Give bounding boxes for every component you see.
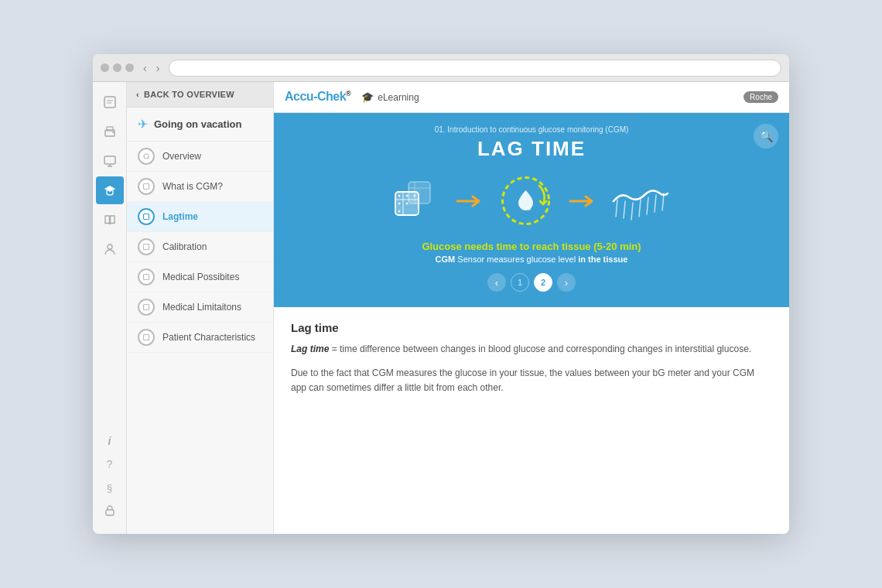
page-next-button[interactable]: › bbox=[557, 273, 576, 292]
nav-circle-cgm bbox=[138, 178, 155, 195]
lag-time-term: Lag time bbox=[291, 344, 329, 354]
search-button[interactable]: 🔍 bbox=[754, 124, 778, 149]
rail-icon-book[interactable] bbox=[96, 206, 124, 234]
nav-label-lagtime: Lagtime bbox=[162, 211, 198, 222]
elearning-label: eLearning bbox=[378, 92, 419, 103]
rail-lock[interactable] bbox=[96, 500, 124, 521]
graduation-icon: 🎓 bbox=[361, 91, 374, 103]
svg-line-34 bbox=[639, 200, 641, 217]
dot-green bbox=[125, 63, 134, 72]
nav-label-calibration: Calibration bbox=[162, 241, 207, 252]
browser-nav: ‹ › bbox=[140, 60, 162, 76]
nav-circle-medical-pos bbox=[138, 268, 155, 285]
hero-caption: Glucose needs time to reach tissue (5-20… bbox=[289, 241, 774, 264]
nav-label-medical-pos: Medical Possibites bbox=[162, 272, 239, 282]
nav-label-patient: Patient Characteristics bbox=[162, 332, 255, 343]
svg-line-37 bbox=[662, 193, 664, 210]
nav-circle-patient bbox=[138, 329, 155, 346]
sidebar-section-title: Going on vacation bbox=[154, 118, 241, 130]
svg-point-11 bbox=[144, 154, 149, 159]
icon-rail: i ? § bbox=[93, 82, 127, 534]
rail-icon-user[interactable] bbox=[96, 235, 124, 263]
browser-body: i ? § ‹ BACK TO OVERVIEW ✈ Going on vaca… bbox=[93, 82, 789, 534]
svg-rect-14 bbox=[144, 244, 149, 250]
rail-help[interactable]: ? bbox=[96, 453, 124, 475]
svg-rect-15 bbox=[144, 275, 149, 280]
arrow-icon-1 bbox=[456, 193, 483, 209]
svg-point-28 bbox=[406, 202, 409, 204]
nav-item-lagtime[interactable]: Lagtime bbox=[127, 202, 273, 232]
main-content: Accu-Chek® 🎓 eLearning Roche 🔍 01. Intro… bbox=[274, 82, 789, 534]
caption-cgm: CGM bbox=[436, 255, 456, 264]
svg-rect-10 bbox=[106, 510, 114, 515]
caption-yellow: Glucose needs time to reach tissue (5-20… bbox=[289, 241, 774, 252]
svg-rect-12 bbox=[144, 184, 149, 190]
rail-icon-tag[interactable] bbox=[96, 88, 124, 116]
svg-line-36 bbox=[655, 195, 656, 212]
rail-icon-elearning[interactable] bbox=[96, 176, 124, 204]
nav-item-calibration[interactable]: Calibration bbox=[127, 232, 273, 262]
rail-icon-monitor[interactable] bbox=[96, 147, 124, 175]
content-para-2: Due to the fact that CGM measures the gl… bbox=[291, 366, 772, 395]
svg-point-24 bbox=[398, 194, 401, 197]
address-bar[interactable] bbox=[169, 60, 781, 77]
nav-label-overview: Overview bbox=[162, 151, 201, 162]
browser-chrome: ‹ › bbox=[93, 54, 789, 82]
svg-point-26 bbox=[414, 194, 416, 197]
plane-icon: ✈ bbox=[138, 117, 148, 132]
nav-label-medical-lim: Medical Limitaitons bbox=[162, 302, 241, 313]
nav-item-medical-lim[interactable]: Medical Limitaitons bbox=[127, 292, 273, 323]
svg-rect-13 bbox=[144, 214, 149, 220]
nav-circle-medical-lim bbox=[138, 299, 155, 316]
chevron-left-icon: ‹ bbox=[136, 90, 139, 99]
svg-point-9 bbox=[108, 244, 112, 249]
rail-bottom: i ? § bbox=[96, 430, 124, 528]
svg-rect-6 bbox=[104, 156, 115, 164]
svg-point-25 bbox=[406, 194, 409, 197]
svg-line-33 bbox=[631, 203, 633, 220]
ice-cube-icon bbox=[391, 178, 442, 224]
nav-item-cgm[interactable]: What is CGM? bbox=[127, 172, 273, 202]
content-heading: Lag time bbox=[291, 321, 772, 334]
svg-rect-16 bbox=[144, 305, 149, 310]
brand-logo: Accu-Chek® bbox=[285, 90, 350, 104]
back-to-overview[interactable]: ‹ BACK TO OVERVIEW bbox=[127, 82, 273, 108]
rail-info[interactable]: i bbox=[96, 430, 124, 452]
dot-yellow bbox=[113, 63, 121, 72]
arrow-icon-2 bbox=[569, 193, 596, 209]
nav-item-patient[interactable]: Patient Characteristics bbox=[127, 323, 273, 353]
forward-button[interactable]: › bbox=[153, 60, 163, 76]
content-para-1: Lag time = time difference between chang… bbox=[291, 342, 772, 357]
svg-point-27 bbox=[398, 202, 401, 204]
hero-title: LAG TIME bbox=[289, 137, 774, 161]
tissue-icon bbox=[610, 178, 672, 224]
svg-line-32 bbox=[624, 201, 625, 218]
page-prev-button[interactable]: ‹ bbox=[487, 273, 506, 292]
droplet-circle-icon bbox=[497, 172, 555, 230]
svg-rect-0 bbox=[104, 97, 115, 108]
back-button[interactable]: ‹ bbox=[140, 60, 150, 76]
back-label: BACK TO OVERVIEW bbox=[144, 90, 234, 99]
svg-point-29 bbox=[398, 210, 401, 212]
rail-legal[interactable]: § bbox=[96, 477, 124, 498]
nav-item-overview[interactable]: Overview bbox=[127, 142, 273, 172]
brand-name: Accu-Chek bbox=[285, 91, 346, 104]
svg-point-5 bbox=[112, 132, 114, 133]
browser-window: ‹ › i bbox=[93, 54, 789, 534]
svg-line-35 bbox=[647, 197, 648, 214]
svg-line-31 bbox=[616, 200, 617, 217]
page-1-button[interactable]: 1 bbox=[511, 273, 529, 292]
dot-red bbox=[101, 63, 109, 72]
nav-circle-calibration bbox=[138, 238, 155, 255]
nav-circle-overview bbox=[138, 148, 155, 165]
sidebar-title-section: ✈ Going on vacation bbox=[127, 108, 273, 142]
top-bar: Accu-Chek® 🎓 eLearning Roche bbox=[274, 82, 789, 113]
hero-section: 🔍 01. Introduction to continuous glucose… bbox=[274, 113, 789, 307]
para1-rest: = time difference between changes in blo… bbox=[329, 344, 751, 354]
page-2-button[interactable]: 2 bbox=[534, 273, 552, 292]
rail-icon-print[interactable] bbox=[96, 118, 124, 145]
caption-text: Sensor measures glucose level bbox=[457, 255, 578, 264]
nav-label-cgm: What is CGM? bbox=[162, 181, 223, 192]
roche-badge: Roche bbox=[744, 91, 778, 103]
nav-item-medical-pos[interactable]: Medical Possibites bbox=[127, 262, 273, 292]
